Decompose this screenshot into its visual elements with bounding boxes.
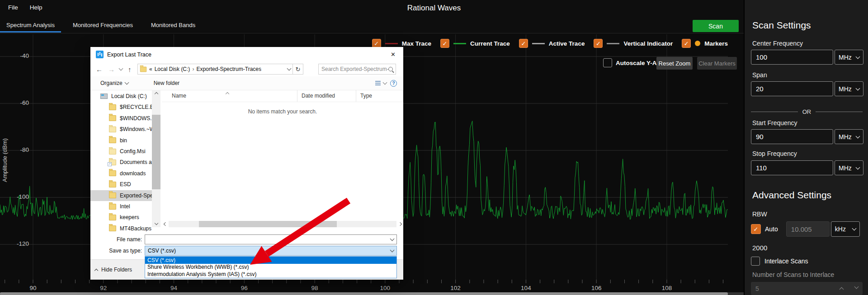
hide-folders-button[interactable]: Hide Folders — [95, 267, 132, 273]
save-type-option[interactable]: CSV (*.csv) — [145, 257, 396, 264]
stop-frequency-unit-select[interactable]: MHz — [835, 160, 863, 175]
save-type-option[interactable]: Shure Wireless Workbench (WWB) (*.csv) — [145, 264, 396, 271]
address-bar[interactable]: « Local Disk (C:) › Exported-Spectrum-Tr… — [137, 64, 293, 75]
scans-to-interlace-stepper[interactable]: 5 — [751, 282, 863, 295]
column-header-type[interactable]: Type — [356, 90, 403, 102]
reset-zoom-button[interactable]: Reset Zoom — [656, 57, 693, 70]
view-options-button[interactable] — [375, 81, 387, 85]
scans-to-interlace-label: Number of Scans to Interlace — [752, 271, 834, 278]
column-header-name[interactable]: Name — [162, 90, 297, 102]
empty-list-message: No items match your search. — [162, 108, 403, 115]
save-as-type-select[interactable]: CSV (*.csv) — [145, 246, 397, 256]
column-header-date-modified[interactable]: Date modified — [297, 90, 356, 102]
tab-bar: Spectrum AnalysisMonitored FrequenciesMo… — [0, 17, 207, 33]
start-frequency-input[interactable]: 90 — [751, 129, 833, 144]
refresh-icon[interactable]: ↻ — [293, 64, 303, 75]
tree-item-exported-spec[interactable]: Exported-Spec — [90, 190, 152, 201]
trace-line-icon — [532, 43, 545, 44]
search-input[interactable]: Search Exported-Spectrum-Tr... — [318, 64, 396, 75]
legend-checkbox[interactable]: ✓ — [519, 39, 528, 48]
trace-legend: ✓Max Trace✓Current Trace✓Active Trace✓Ve… — [372, 38, 728, 49]
folder-icon — [109, 115, 116, 121]
tree-item--recycle-bin[interactable]: $RECYCLE.BIN — [90, 102, 152, 112]
scroll-down-icon[interactable] — [152, 220, 160, 227]
folder-icon — [109, 225, 116, 231]
back-icon[interactable]: ← — [96, 66, 103, 73]
chevron-up-icon[interactable] — [840, 287, 844, 291]
app-window: FileHelp Rational Waves ✕ Spectrum Analy… — [0, 0, 868, 295]
tree-scrollbar-thumb[interactable] — [152, 115, 160, 189]
center-frequency-input[interactable]: 100 — [751, 50, 833, 65]
unit-value: MHz — [839, 54, 852, 61]
x-tick-label: 106 — [585, 285, 608, 291]
file-list-scrollbar[interactable] — [169, 221, 396, 227]
chart-horizontal-scrollbar[interactable] — [0, 292, 744, 295]
span-input[interactable]: 20 — [751, 81, 833, 96]
rbw-value-input[interactable]: 10.005 — [786, 221, 830, 237]
tree-item-config-msi[interactable]: Config.Msi — [90, 146, 152, 157]
tree-item--windows-b[interactable]: $WINDOWS.~B — [90, 113, 152, 124]
organize-button[interactable]: Organize — [100, 80, 128, 86]
tree-item-mt4backups[interactable]: MT4Backups — [90, 223, 152, 231]
breadcrumb-item[interactable]: Local Disk (C:) — [155, 66, 190, 72]
save-as-type-value: CSV (*.csv) — [148, 248, 176, 254]
dialog-titlebar[interactable]: Export Last Trace ✕ — [90, 47, 403, 62]
chart-scrollbar-thumb[interactable] — [0, 292, 728, 295]
start-frequency-unit-select[interactable]: MHz — [835, 129, 863, 144]
tree-item-bin[interactable]: bin — [90, 135, 152, 146]
dialog-close-button[interactable]: ✕ — [383, 47, 403, 61]
marker-dot-icon — [695, 41, 700, 46]
x-tick-label: 96 — [233, 285, 255, 291]
forward-icon[interactable]: → — [108, 66, 115, 73]
or-divider: OR — [751, 108, 863, 115]
tree-scrollbar[interactable] — [152, 90, 160, 227]
save-type-option[interactable]: Intermodulation Analysis System (IAS) (*… — [145, 271, 396, 278]
tree-item--windows-w[interactable]: $Windows.~W — [90, 124, 152, 135]
legend-checkbox[interactable]: ✓ — [440, 39, 449, 48]
rbw-auto-checkbox[interactable]: ✓ — [751, 224, 761, 234]
new-folder-button[interactable]: New folder — [154, 80, 179, 86]
chevron-down-icon[interactable] — [854, 284, 859, 289]
legend-item: ✓Vertical Indicator — [594, 39, 673, 48]
x-tick-label: 108 — [656, 285, 678, 291]
folder-icon — [109, 126, 116, 132]
scan-button[interactable]: Scan — [693, 20, 739, 32]
tree-item-esd[interactable]: ESD — [90, 179, 152, 190]
center-frequency-unit-select[interactable]: MHz — [835, 50, 863, 65]
interlace-scans-checkbox[interactable] — [751, 257, 760, 266]
span-unit-select[interactable]: MHz — [835, 81, 863, 96]
up-icon[interactable]: ↑ — [128, 66, 132, 73]
stop-frequency-input[interactable]: 110 — [751, 160, 833, 175]
scan-settings-title: Scan Settings — [752, 20, 811, 31]
file-name-label: File name: — [92, 236, 142, 243]
help-icon[interactable]: ? — [390, 80, 397, 87]
legend-checkbox[interactable]: ✓ — [372, 39, 381, 48]
history-chevron-icon[interactable] — [119, 66, 123, 71]
legend-checkbox[interactable]: ✓ — [682, 39, 691, 48]
tree-item-downloads[interactable]: downloads — [90, 168, 152, 179]
clear-markers-button[interactable]: Clear Markers — [697, 57, 737, 70]
tab-spectrum-analysis[interactable]: Spectrum Analysis — [0, 17, 61, 33]
autoscale-y-axis-checkbox[interactable] — [603, 58, 612, 67]
tree-item-label: MT4Backups — [120, 225, 151, 231]
tab-monitored-bands[interactable]: Monitored Bands — [145, 17, 202, 33]
tree-item-intel[interactable]: Intel — [90, 201, 152, 212]
tree-item-label: $Windows.~W — [120, 126, 152, 132]
file-name-input[interactable] — [145, 234, 397, 244]
address-dropdown-icon[interactable] — [287, 66, 292, 71]
rbw-unit-select[interactable]: kHz — [831, 221, 860, 237]
file-list-scrollbar-thumb[interactable] — [199, 221, 337, 227]
folder-icon — [109, 170, 116, 176]
scroll-up-icon[interactable] — [152, 90, 160, 97]
dialog-title: Export Last Trace — [107, 52, 151, 58]
scroll-left-icon[interactable] — [162, 221, 169, 227]
tree-item-documents-an[interactable]: ↗Documents an — [90, 157, 152, 168]
scroll-right-icon[interactable] — [396, 221, 403, 227]
tree-item-keepers[interactable]: keepers — [90, 212, 152, 223]
tree-item-local-disk-c-[interactable]: Local Disk (C:) — [90, 91, 152, 102]
tree-item-label: downloads — [120, 170, 146, 177]
y-tick-label: -40 — [10, 52, 29, 59]
legend-checkbox[interactable]: ✓ — [594, 39, 603, 48]
tab-monitored-frequencies[interactable]: Monitored Frequencies — [66, 17, 139, 33]
breadcrumb-item[interactable]: Exported-Spectrum-Traces — [196, 66, 261, 72]
